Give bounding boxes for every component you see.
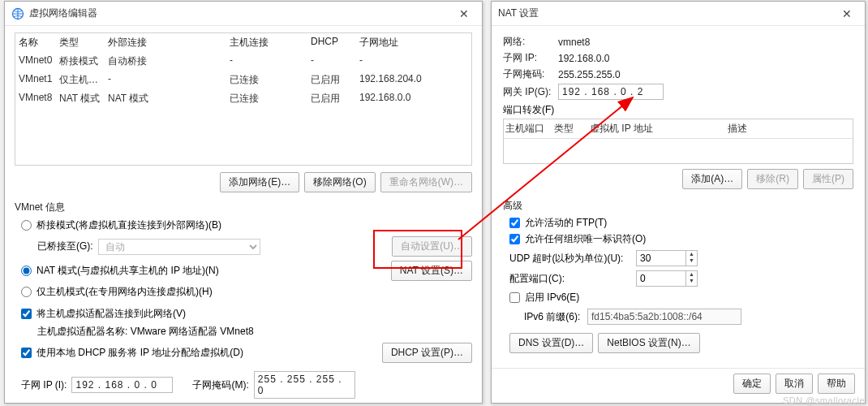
nat-title: NAT 设置 [498,6,836,20]
hostonly-radio-label: 仅主机模式(在专用网络内连接虚拟机)(H) [37,285,213,299]
subnet-mask-label: 子网掩码: [503,67,555,81]
nat-settings-button[interactable]: NAT 设置(S)… [391,261,472,281]
pf-properties-button: 属性(P) [803,169,853,189]
use-dhcp-checkbox[interactable] [21,348,32,358]
port-forward-label: 端口转发(F) [503,103,853,117]
close-icon[interactable]: ✕ [453,7,475,20]
allow-ftp-label: 允许活动的 FTP(T) [525,216,607,230]
network-value: vmnet8 [558,37,590,48]
bridge-radio-label: 桥接模式(将虚拟机直接连接到外部网络)(B) [37,218,221,232]
subnet-ip-field[interactable]: 192 . 168 . 0 . 0 [71,377,173,393]
pf-remove-button: 移除(R) [747,169,798,189]
netbios-settings-button[interactable]: NetBIOS 设置(N)… [598,333,699,353]
ipv6-prefix-label: IPv6 前缀(6): [509,310,582,324]
col-vm-ip[interactable]: 虚拟机 IP 地址 [590,122,728,136]
ipv6-prefix-input [587,309,741,325]
bridge-select: 自动 [98,239,260,255]
subnet-ip-value: 192.168.0.0 [558,53,609,64]
subnet-ip-label: 子网 IP (I): [21,378,67,392]
add-network-button[interactable]: 添加网络(E)… [220,172,299,192]
remove-network-button[interactable]: 移除网络(O) [304,172,375,192]
port-forward-table: 主机端口 类型 虚拟机 IP 地址 描述 [503,119,853,164]
vmnet-info-label: VMnet 信息 [15,201,472,214]
use-dhcp-label: 使用本地 DHCP 服务将 IP 地址分配给虚拟机(D) [37,346,243,360]
chevron-down-icon[interactable]: ▼ [686,278,697,284]
config-port-label: 配置端口(C): [509,272,631,286]
globe-icon [11,7,24,20]
table-header: 名称 类型 外部连接 主机连接 DHCP 子网地址 [15,33,471,52]
chevron-up-icon[interactable]: ▲ [686,251,697,257]
col-type[interactable]: 类型 [554,122,590,136]
watermark: SDN @smalloracle [783,395,865,405]
help-button[interactable]: 帮助 [818,374,855,394]
col-ext[interactable]: 外部连接 [105,33,226,52]
table-row[interactable]: VMnet1 仅主机… - 已连接 已启用 192.168.204.0 [15,71,471,89]
vne-title: 虚拟网络编辑器 [29,6,453,20]
virtual-network-editor-dialog: 虚拟网络编辑器 ✕ 名称 类型 外部连接 主机连接 DHCP 子网地址 VMne… [4,1,483,404]
nat-titlebar: NAT 设置 ✕ [492,2,865,26]
col-host-port[interactable]: 主机端口 [505,122,554,136]
gateway-ip-label: 网关 IP(G): [503,85,555,99]
allow-org-label: 允许任何组织唯一标识符(O) [525,232,646,246]
config-port-spinner[interactable]: ▲▼ [636,270,698,287]
table-body: VMnet0 桥接模式 自动桥接 - - - VMnet1 仅主机… - 已连接… [15,52,471,165]
bridge-to-label: 已桥接至(G): [37,240,93,253]
hostonly-radio[interactable] [21,287,32,297]
cancel-button[interactable]: 取消 [776,374,813,394]
col-sub[interactable]: 子网地址 [356,33,471,52]
connect-adapter-checkbox[interactable] [21,309,32,319]
dhcp-settings-button[interactable]: DHCP 设置(P)… [382,343,472,363]
rename-network-button: 重命名网络(W)… [380,172,472,192]
enable-ipv6-label: 启用 IPv6(E) [525,291,579,304]
bridge-radio[interactable] [21,220,32,231]
vmnet-table: 名称 类型 外部连接 主机连接 DHCP 子网地址 VMnet0 桥接模式 自动… [15,32,472,166]
chevron-up-icon[interactable]: ▲ [686,271,697,278]
enable-ipv6-checkbox[interactable] [509,292,520,303]
col-type[interactable]: 类型 [56,33,105,52]
table-row[interactable]: VMnet0 桥接模式 自动桥接 - - - [15,52,471,71]
chevron-down-icon[interactable]: ▼ [686,257,697,264]
table-row[interactable]: VMnet8 NAT 模式 NAT 模式 已连接 已启用 192.168.0.0 [15,89,471,108]
subnet-mask-field[interactable]: 255 . 255 . 255 . 0 [254,371,355,399]
udp-timeout-input[interactable] [637,251,685,266]
col-dhcp[interactable]: DHCP [307,33,356,52]
gateway-ip-field[interactable]: 192 . 168 . 0 . 2 [558,84,664,100]
subnet-mask-value: 255.255.255.0 [558,69,621,80]
allow-org-checkbox[interactable] [509,234,520,244]
pf-add-button[interactable]: 添加(A)… [682,169,742,189]
udp-timeout-label: UDP 超时(以秒为单位)(U): [509,252,631,266]
nat-radio-label: NAT 模式(与虚拟机共享主机的 IP 地址)(N) [37,264,219,278]
subnet-mask-label: 子网掩码(M): [192,378,248,392]
nat-radio[interactable] [21,266,32,276]
col-host[interactable]: 主机连接 [226,33,307,52]
dns-settings-button[interactable]: DNS 设置(D)… [509,333,593,353]
udp-timeout-spinner[interactable]: ▲▼ [636,250,698,266]
auto-settings-button: 自动设置(U)… [392,236,472,257]
subnet-ip-label: 子网 IP: [503,51,555,65]
vne-titlebar: 虚拟网络编辑器 ✕ [5,2,482,26]
config-port-input[interactable] [637,271,685,286]
advanced-label: 高级 [503,199,853,213]
allow-ftp-checkbox[interactable] [509,218,520,228]
col-desc[interactable]: 描述 [728,122,851,136]
col-name[interactable]: 名称 [15,33,56,52]
close-icon[interactable]: ✕ [836,7,858,20]
nat-settings-dialog: NAT 设置 ✕ 网络:vmnet8 子网 IP:192.168.0.0 子网掩… [491,1,866,404]
connect-adapter-label: 将主机虚拟适配器连接到此网络(V) [37,307,186,321]
ok-button[interactable]: 确定 [733,374,771,394]
network-label: 网络: [503,35,555,49]
adapter-name-label: 主机虚拟适配器名称: VMware 网络适配器 VMnet8 [37,325,254,339]
